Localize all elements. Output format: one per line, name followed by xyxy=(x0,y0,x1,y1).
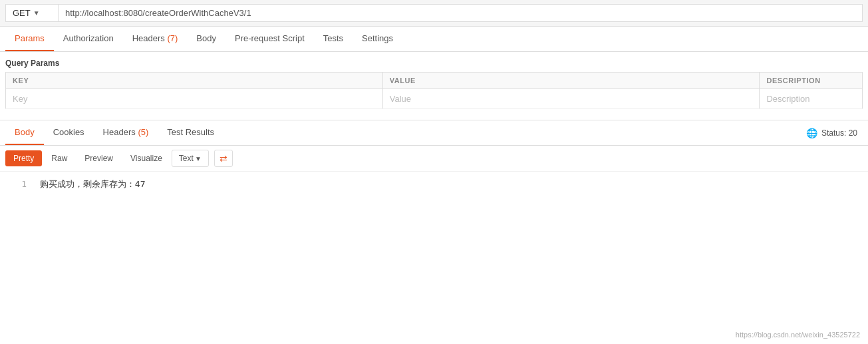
tab-tests[interactable]: Tests xyxy=(314,27,353,51)
fmt-visualize-button[interactable]: Visualize xyxy=(122,150,170,166)
fmt-raw-button[interactable]: Raw xyxy=(43,150,75,166)
method-chevron: ▼ xyxy=(33,9,40,17)
fmt-pretty-button[interactable]: Pretty xyxy=(5,150,42,166)
resp-tab-body[interactable]: Body xyxy=(5,120,44,145)
response-text-1: 购买成功，剩余库存为：47 xyxy=(40,179,146,189)
fmt-preview-button[interactable]: Preview xyxy=(76,150,121,166)
response-status: 🌐 Status: 20 xyxy=(806,128,863,138)
request-tabs: Params Authorization Headers (7) Body Pr… xyxy=(0,27,868,52)
wrap-icon: ⇄ xyxy=(219,153,227,164)
format-dropdown-label: Text xyxy=(179,154,194,163)
tab-pre-request[interactable]: Pre-request Script xyxy=(225,27,314,51)
query-params-section: Query Params KEY VALUE DESCRIPTION Key V… xyxy=(0,52,868,109)
globe-icon: 🌐 xyxy=(806,128,817,138)
format-bar: Pretty Raw Preview Visualize Text ▼ ⇄ xyxy=(0,146,868,172)
method-select[interactable]: GET ▼ xyxy=(5,4,59,22)
response-body: 1 购买成功，剩余库存为：47 xyxy=(0,172,868,225)
col-description: DESCRIPTION xyxy=(760,73,863,89)
status-text: Status: 20 xyxy=(821,128,857,138)
headers-badge: (7) xyxy=(167,33,178,43)
tab-settings[interactable]: Settings xyxy=(353,27,402,51)
dropdown-chevron-icon: ▼ xyxy=(195,155,202,162)
query-params-title: Query Params xyxy=(5,59,863,68)
tab-body[interactable]: Body xyxy=(187,27,225,51)
url-bar: GET ▼ xyxy=(0,0,868,27)
url-input[interactable] xyxy=(59,4,863,22)
col-key: KEY xyxy=(6,73,383,89)
col-value: VALUE xyxy=(382,73,760,89)
tab-authorization[interactable]: Authorization xyxy=(54,27,123,51)
table-row: Key Value Description xyxy=(6,89,863,109)
line-number-1: 1 xyxy=(11,179,27,189)
param-key[interactable]: Key xyxy=(6,89,383,109)
wrap-button[interactable]: ⇄ xyxy=(214,150,233,167)
param-description[interactable]: Description xyxy=(760,89,863,109)
resp-tab-cookies[interactable]: Cookies xyxy=(44,120,94,145)
tab-headers[interactable]: Headers (7) xyxy=(123,27,188,51)
resp-headers-badge: (5) xyxy=(138,127,148,137)
resp-tab-test-results[interactable]: Test Results xyxy=(158,120,223,145)
format-type-dropdown[interactable]: Text ▼ xyxy=(172,150,209,167)
resp-tab-headers[interactable]: Headers (5) xyxy=(94,120,158,145)
response-line-1: 1 购买成功，剩余库存为：47 xyxy=(11,178,857,190)
response-tabs: Body Cookies Headers (5) Test Results 🌐 … xyxy=(0,120,868,146)
tab-params[interactable]: Params xyxy=(5,27,54,51)
method-label: GET xyxy=(13,8,31,18)
param-value[interactable]: Value xyxy=(382,89,760,109)
params-table: KEY VALUE DESCRIPTION Key Value Descript… xyxy=(5,72,863,109)
